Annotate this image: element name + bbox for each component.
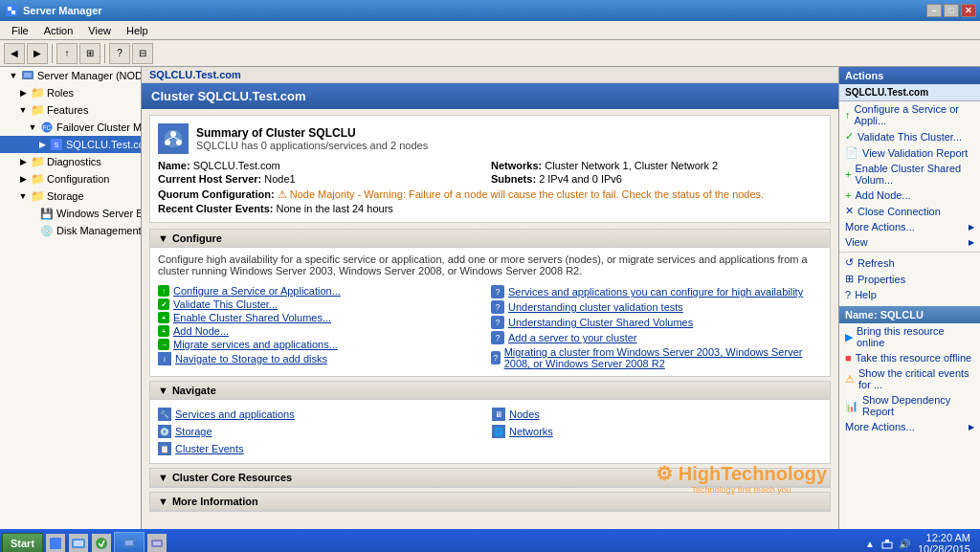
menu-view[interactable]: View (80, 23, 119, 38)
networks-row: Networks: Cluster Network 1, Cluster Net… (491, 160, 822, 171)
nav-nodes-text[interactable]: Nodes (509, 408, 540, 420)
nav-events-text[interactable]: Cluster Events (175, 443, 244, 454)
features-expand-icon[interactable]: ▼ (17, 104, 29, 116)
tree-failover-cluster[interactable]: ▼ FC Failover Cluster Manager (0, 119, 141, 136)
storage-expand-icon[interactable]: ▼ (17, 190, 29, 202)
diag-expand-icon[interactable]: ▶ (17, 156, 29, 167)
nav-events-icon: 📋 (158, 442, 171, 455)
tree-wsb[interactable]: ▶ 💾 Windows Server Backup (0, 205, 141, 222)
menu-action[interactable]: Action (36, 23, 81, 38)
link-add-node-text[interactable]: Add Node... (173, 325, 229, 337)
forward-button[interactable]: ▶ (27, 43, 48, 64)
clock-date: 10/28/2015 (918, 543, 970, 552)
tree-configuration[interactable]: ▶ 📁 Configuration (0, 170, 141, 188)
action-dependency-report[interactable]: 📊 Show Dependency Report (839, 392, 980, 419)
tree-diagnostics[interactable]: ▶ 📁 Diagnostics (0, 153, 141, 170)
events-label: Recent Cluster Events: (158, 203, 273, 214)
action-separator-1 (839, 252, 980, 253)
taskbar-icon-2[interactable] (69, 534, 88, 552)
tree-label-storage: Storage (47, 190, 84, 202)
cluster-core-header[interactable]: ▼ Cluster Core Resources (150, 469, 830, 487)
link-add-server-text[interactable]: Add a server to your cluster (508, 332, 637, 343)
config-expand-icon[interactable]: ▶ (17, 173, 29, 185)
networks-label: Networks: (491, 160, 542, 171)
link-validate-text[interactable]: Validate This Cluster... (173, 298, 278, 310)
more-info-header[interactable]: ▼ More Information (150, 493, 830, 511)
tree-storage[interactable]: ▼ 📁 Storage (0, 188, 141, 205)
svg-rect-23 (882, 542, 892, 548)
show-hide-button[interactable]: ⊞ (79, 43, 100, 64)
taskbar-icon-4[interactable] (147, 534, 167, 552)
action-add-node[interactable]: + Add Node... (839, 188, 980, 203)
link-understand-validation-text[interactable]: Understanding cluster validation tests (508, 301, 683, 313)
menu-help[interactable]: Help (119, 23, 156, 38)
action-refresh[interactable]: ↺ Refresh (839, 254, 980, 271)
help-button[interactable]: ? (109, 43, 130, 64)
tree-server-manager[interactable]: ▼ Server Manager (NODE1) (0, 67, 141, 84)
summary-cluster-icon (158, 123, 189, 154)
action-validate[interactable]: ✓ Validate This Cluster... (839, 128, 980, 144)
action-more-name-actions[interactable]: More Actions... (839, 419, 980, 434)
subnets-row: Subnets: 2 IPv4 and 0 IPv6 (491, 173, 822, 185)
nav-services-icon: 🔧 (158, 408, 171, 421)
nav-services: 🔧 Services and applications (158, 406, 488, 423)
quorum-row: Quorum Configuration: ⚠ Node Majority - … (158, 188, 822, 201)
minimize-button[interactable]: – (926, 4, 942, 17)
roles-expand-icon[interactable]: ▶ (17, 87, 29, 99)
nav-storage-text[interactable]: Storage (175, 426, 212, 437)
configure-section: ▼ Configure Configure high availability … (149, 229, 831, 377)
action-view-validation[interactable]: 📄 View Validation Report (839, 144, 980, 161)
navigate-section-header[interactable]: ▼ Navigate (150, 382, 830, 400)
taskbar-icon-3[interactable] (92, 534, 111, 552)
events-value: None in the last 24 hours (277, 203, 393, 214)
link-configure-service-text[interactable]: Configure a Service or Application... (173, 285, 341, 297)
failover-expand-icon[interactable]: ▼ (27, 121, 38, 133)
link-migrate-text[interactable]: Migrate services and applications... (173, 339, 338, 350)
configure-title: Configure (172, 232, 222, 244)
taskbar-icon-1[interactable] (46, 534, 65, 552)
svg-point-11 (165, 140, 170, 145)
action-bring-online[interactable]: ▶ Bring this resource online (839, 323, 980, 350)
cluster-core-title: Cluster Core Resources (172, 472, 292, 483)
action-properties[interactable]: ⊞ Properties (839, 271, 980, 287)
name-value: SQLCLU.Test.com (193, 160, 280, 171)
action-view[interactable]: View (839, 234, 980, 250)
diag-icon: 📁 (30, 154, 45, 169)
action-help[interactable]: ? Help (839, 287, 980, 302)
wsb-icon: 💾 (39, 206, 55, 221)
host-value: Node1 (264, 173, 295, 185)
tree-sqlclu[interactable]: ▶ S SQLCLU.Test.com (0, 136, 141, 153)
action-configure-service[interactable]: ↑ Configure a Service or Appli... (839, 101, 980, 128)
action-critical-events[interactable]: ⚠ Show the critical events for ... (839, 365, 980, 392)
title-bar: Server Manager – □ ✕ (0, 0, 980, 21)
link-services-ha-text[interactable]: Services and applications you can config… (508, 286, 803, 298)
link-migrating-text[interactable]: Migrating a cluster from Windows Server … (504, 346, 822, 369)
action-enable-shared[interactable]: + Enable Cluster Shared Volum... (839, 161, 980, 188)
configure-content: Configure high availability for a specif… (150, 248, 830, 376)
tree-disk-mgmt[interactable]: ▶ 💿 Disk Management (0, 222, 141, 239)
action-close-connection[interactable]: ✕ Close Connection (839, 203, 980, 219)
close-button[interactable]: ✕ (961, 4, 976, 17)
link-understand-shared-text[interactable]: Understanding Cluster Shared Volumes (508, 317, 693, 328)
up-button[interactable]: ↑ (56, 43, 78, 64)
toolbar-extra-button[interactable]: ⊟ (132, 43, 153, 64)
sqlclu-expand-icon[interactable]: ▶ (36, 139, 48, 150)
action-more-actions[interactable]: More Actions... (839, 219, 980, 234)
action-take-offline[interactable]: ■ Take this resource offline (839, 350, 980, 365)
nav-services-text[interactable]: Services and applications (175, 408, 295, 420)
tree-features[interactable]: ▼ 📁 Features (0, 101, 141, 119)
link-navigate-storage-text[interactable]: Navigate to Storage to add disks (175, 353, 327, 364)
expand-icon[interactable]: ▼ (8, 70, 19, 81)
taskbar-server-manager[interactable] (114, 532, 145, 552)
nav-networks-text[interactable]: Networks (509, 426, 553, 437)
action-shared-icon: + (845, 168, 851, 180)
events-row: Recent Cluster Events: None in the last … (158, 203, 822, 214)
maximize-button[interactable]: □ (944, 4, 959, 17)
navigate-collapse-icon: ▼ (158, 385, 168, 396)
configure-section-header[interactable]: ▼ Configure (150, 230, 830, 248)
start-button[interactable]: Start (2, 533, 43, 552)
back-button[interactable]: ◀ (4, 43, 25, 64)
tree-roles[interactable]: ▶ 📁 Roles (0, 84, 141, 101)
menu-file[interactable]: File (4, 23, 36, 38)
link-enable-shared-text[interactable]: Enable Cluster Shared Volumes... (173, 312, 331, 323)
